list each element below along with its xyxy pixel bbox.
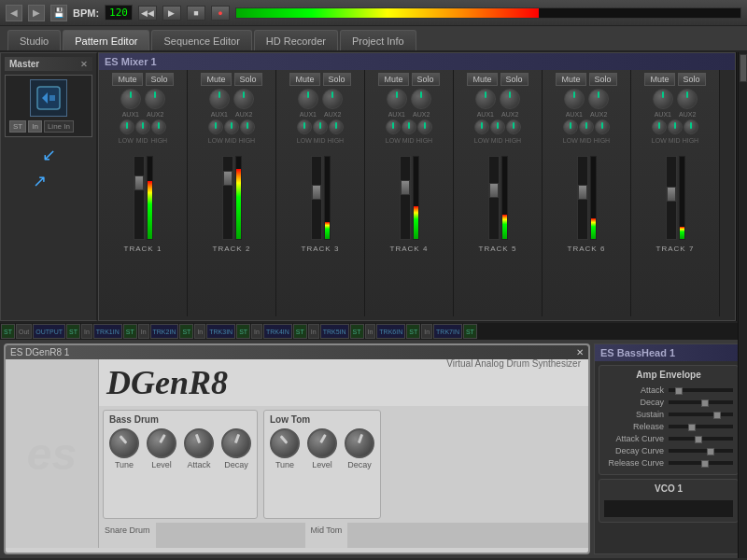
solo-1[interactable]: Solo <box>146 73 174 86</box>
st-badge[interactable]: ST <box>9 120 26 133</box>
io-trk4in[interactable]: TRK4IN <box>263 324 292 339</box>
io-in-4[interactable]: In <box>251 324 262 339</box>
aux2-knob-1[interactable] <box>145 89 165 109</box>
aux1-knob-6[interactable] <box>564 89 585 109</box>
line-in-badge[interactable]: Line In <box>44 120 74 133</box>
aux2-knob-4[interactable] <box>411 89 431 109</box>
io-trk7in[interactable]: TRK7IN <box>433 324 462 339</box>
decay-curve-thumb[interactable] <box>707 448 714 455</box>
fader-4[interactable] <box>400 156 411 240</box>
low-knob-7[interactable] <box>652 119 667 134</box>
io-st-7[interactable]: ST <box>406 324 420 339</box>
record-button[interactable]: ● <box>211 6 230 21</box>
release-slider-thumb[interactable] <box>688 424 696 431</box>
aux1-knob-1[interactable] <box>120 89 141 109</box>
io-in-6[interactable]: In <box>365 324 376 339</box>
mid-knob-5[interactable] <box>490 119 505 134</box>
attack-curve-thumb[interactable] <box>695 436 702 443</box>
fader-thumb-3[interactable] <box>312 185 321 200</box>
io-in-2[interactable]: In <box>138 324 149 339</box>
fader-5[interactable] <box>488 156 500 240</box>
mute-4[interactable]: Mute <box>378 73 408 86</box>
tab-hd-recorder[interactable]: HD Recorder <box>254 30 338 50</box>
fader-thumb-6[interactable] <box>578 185 587 200</box>
high-knob-1[interactable] <box>151 119 166 134</box>
lt-decay-knob[interactable] <box>345 428 374 458</box>
sustain-slider[interactable] <box>668 412 734 417</box>
back-icon[interactable]: ◀ <box>6 5 22 21</box>
high-knob-5[interactable] <box>506 119 521 134</box>
tab-project-info[interactable]: Project Info <box>340 30 416 50</box>
fader-6[interactable] <box>577 156 588 240</box>
high-knob-2[interactable] <box>240 119 255 134</box>
low-knob-2[interactable] <box>208 119 223 134</box>
bass-tune-knob[interactable] <box>109 428 139 458</box>
io-out[interactable]: Out <box>16 324 32 339</box>
mute-1[interactable]: Mute <box>112 73 142 86</box>
stop-button[interactable]: ■ <box>187 6 205 21</box>
solo-4[interactable]: Solo <box>412 73 440 86</box>
fader-thumb-7[interactable] <box>667 187 676 202</box>
basshead-scrollbar[interactable] <box>738 343 743 554</box>
io-trk3in[interactable]: TRK3IN <box>206 324 235 339</box>
mid-knob-3[interactable] <box>313 119 328 134</box>
fader-thumb-1[interactable] <box>134 175 144 190</box>
mid-knob-1[interactable] <box>135 119 150 134</box>
lt-level-knob[interactable] <box>307 428 337 458</box>
io-trk1in[interactable]: TRK1IN <box>93 324 122 339</box>
solo-2[interactable]: Solo <box>234 73 262 86</box>
low-knob-1[interactable] <box>120 119 134 134</box>
io-st-2[interactable]: ST <box>123 324 137 339</box>
rewind-button[interactable]: ◀◀ <box>138 6 157 21</box>
bass-decay-knob[interactable] <box>221 428 251 458</box>
high-knob-7[interactable] <box>684 119 698 134</box>
in-badge[interactable]: In <box>28 120 42 133</box>
aux2-knob-6[interactable] <box>588 89 609 109</box>
io-trk2in[interactable]: TRK2IN <box>150 324 179 339</box>
tab-studio[interactable]: Studio <box>7 30 61 50</box>
aux2-knob-3[interactable] <box>322 89 343 109</box>
io-in-1[interactable]: In <box>81 324 92 339</box>
io-trk6in[interactable]: TRK6IN <box>376 324 405 339</box>
solo-6[interactable]: Solo <box>589 73 617 86</box>
low-knob-6[interactable] <box>563 119 578 134</box>
aux1-knob-3[interactable] <box>298 89 318 109</box>
aux2-knob-7[interactable] <box>677 89 698 109</box>
attack-slider[interactable] <box>668 387 734 393</box>
aux1-knob-2[interactable] <box>209 89 230 109</box>
mid-knob-6[interactable] <box>579 119 594 134</box>
fader-7[interactable] <box>666 156 677 240</box>
decay-slider[interactable] <box>668 399 734 405</box>
release-curve-slider[interactable] <box>668 460 734 466</box>
low-knob-3[interactable] <box>297 119 312 134</box>
aux2-knob-5[interactable] <box>500 89 520 109</box>
decay-slider-thumb[interactable] <box>701 399 709 407</box>
bass-attack-knob[interactable] <box>184 428 214 458</box>
fader-thumb-4[interactable] <box>401 180 410 195</box>
aux1-knob-5[interactable] <box>475 89 496 109</box>
io-st-1[interactable]: ST <box>66 324 80 339</box>
fader-1[interactable] <box>134 156 145 240</box>
mid-knob-7[interactable] <box>668 119 683 134</box>
fader-thumb-5[interactable] <box>489 183 499 198</box>
solo-7[interactable]: Solo <box>678 73 706 86</box>
io-in-3[interactable]: In <box>194 324 205 339</box>
forward-icon[interactable]: ▶ <box>28 5 45 21</box>
io-st-5[interactable]: ST <box>293 324 307 339</box>
lt-tune-knob[interactable] <box>270 428 300 458</box>
fader-3[interactable] <box>311 156 322 240</box>
mid-knob-4[interactable] <box>402 119 416 134</box>
low-knob-4[interactable] <box>386 119 401 134</box>
save-icon[interactable]: 💾 <box>50 5 67 21</box>
master-close[interactable]: ✕ <box>80 60 88 69</box>
tab-pattern-editor[interactable]: Pattern Editor <box>63 30 149 50</box>
aux2-knob-2[interactable] <box>233 89 254 109</box>
dgenr8-close[interactable]: ✕ <box>576 347 584 357</box>
io-output[interactable]: OUTPUT <box>33 324 65 339</box>
aux1-knob-4[interactable] <box>387 89 407 109</box>
high-knob-4[interactable] <box>417 119 432 134</box>
io-trk5in[interactable]: TRK5IN <box>320 324 349 339</box>
tab-sequence-editor[interactable]: Sequence Editor <box>151 30 251 50</box>
io-st-8[interactable]: ST <box>463 324 477 339</box>
mute-2[interactable]: Mute <box>201 73 231 86</box>
